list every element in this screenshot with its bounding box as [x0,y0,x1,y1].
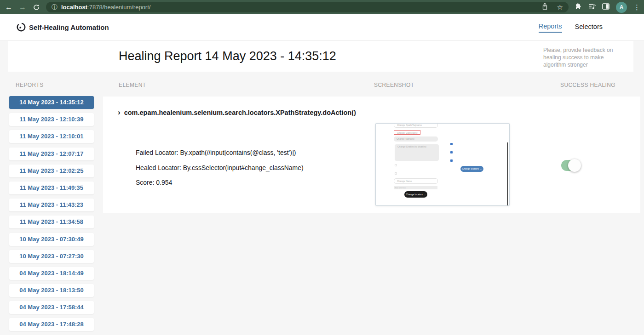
column-header-element: ELEMENT [119,82,146,88]
report-list-item[interactable]: 11 May 2023 - 12:02:25 [9,165,94,177]
thumb-checkbox-icon [450,159,453,162]
report-list-item[interactable]: 11 May 2023 - 11:43:23 [9,199,94,211]
app-title: Self-Healing Automation [29,14,109,40]
healed-locator-text: Healed Locator: By.cssSelector(input#cha… [136,164,304,171]
extensions-puzzle-icon [575,3,582,10]
thumb-textarea-label: Change Enabled to disabled [395,144,439,148]
report-list-item[interactable]: 11 May 2023 - 11:49:35 [9,182,94,194]
report-list: 14 May 2023 - 14:35:12 11 May 2023 - 12:… [9,96,94,335]
browser-window: ← → ⓘ localhost:7878/healenium/report/ [0,0,644,335]
score-text: Score: 0.954 [136,179,172,186]
report-list-item[interactable]: 10 May 2023 - 07:27:30 [9,250,94,263]
profile-avatar[interactable]: A [616,2,627,13]
thumb-input-xpath-label: Change Xpath/Tagname [394,123,437,126]
nav-tab-reports[interactable]: Reports [539,23,562,33]
nav-tab-selectors[interactable]: Selectors [575,23,603,32]
extensions-button[interactable] [575,3,582,12]
element-method-row[interactable]: › com.epam.healenium.selenium.search.loc… [118,109,356,116]
thumb-status-bar-label: Now one less [394,186,437,189]
thumb-checkbox-empty-icon [395,164,397,166]
thumb-change-locators-button-black: Change locators → [404,191,427,198]
bookmark-star-button[interactable]: ☆ [557,3,563,11]
thumb-input-classname-label: Change ClassName [394,131,420,134]
report-list-item[interactable]: 11 May 2023 - 12:10:39 [9,113,94,126]
thumb-input-tagname: Change Tagname [394,136,438,142]
report-list-item[interactable]: 04 May 2023 - 18:14:49 [9,267,94,280]
media-controls-icon [588,3,596,10]
thumb-input-xpath: Change Xpath/Tagname [394,123,438,128]
thumb-input-name-label: Change Name [394,179,437,182]
site-info-icon[interactable]: ⓘ [52,3,58,11]
expand-chevron-icon[interactable]: › [118,109,121,116]
thumb-checkbox-empty-icon [395,172,397,175]
thumb-input-classname-highlighted: Change ClassName [394,130,420,135]
media-controls-button[interactable] [588,3,596,11]
url-host: localhost [61,4,87,11]
thumb-change-locators-button-blue: Change locators → [460,166,483,172]
side-panel-button[interactable] [602,3,610,11]
thumb-checkbox-icon [450,151,453,153]
side-panel-icon [602,3,610,10]
url-text[interactable]: localhost:7878/healenium/report/ [61,4,150,11]
forward-button[interactable]: → [17,0,29,14]
report-list-item[interactable]: 11 May 2023 - 12:07:17 [9,148,94,160]
thumb-checkbox-icon [450,143,453,145]
report-list-item[interactable]: 11 May 2023 - 11:34:58 [9,216,94,228]
healing-screenshot-thumbnail[interactable]: Change Xpath/Tagname Change ClassName Ch… [375,123,510,206]
thumb-input-tagname-label: Change Tagname [394,136,438,140]
url-path: :7878/healenium/report/ [87,4,150,11]
column-header-screenshot: SCREENSHOT [374,82,414,88]
failed-locator-text: Failed Locator: By.xpath(//input[contain… [136,149,296,156]
column-header-reports: REPORTS [16,82,44,88]
report-list-item[interactable]: 04 May 2023 - 17:58:44 [9,301,94,314]
thumb-status-bar: Now one less [394,186,437,189]
back-button[interactable]: ← [3,0,15,14]
main-nav: Reports Selectors [539,14,603,40]
report-list-item[interactable]: 10 May 2023 - 07:30:49 [9,233,94,246]
column-header-success-healing: SUCCESS HEALING [560,82,615,88]
report-list-item[interactable]: 04 May 2023 - 17:48:28 [9,318,94,331]
reload-button[interactable] [30,0,42,14]
report-list-item[interactable]: 04 May 2023 - 18:13:50 [9,284,94,297]
reload-icon [33,4,40,11]
thumb-input-name: Change Name [394,178,438,184]
share-icon [542,3,548,10]
address-bar[interactable]: ⓘ localhost:7878/healenium/report/ ☆ [46,2,569,12]
success-healing-toggle[interactable] [561,160,580,171]
thumb-scrollbar [507,142,508,206]
report-list-item[interactable]: 14 May 2023 - 14:35:12 [9,96,94,109]
feedback-note: Please, provide feedback on healing succ… [543,46,621,68]
toggle-knob [568,159,581,172]
page-title: Healing Report 14 May 2023 - 14:35:12 [119,41,336,72]
healing-result-card: › com.epam.healenium.selenium.search.loc… [103,97,640,213]
healenium-logo-icon [16,22,26,34]
share-button[interactable] [542,3,548,12]
app-header: Self-Healing Automation Reports Selector… [0,14,644,40]
element-method-name: com.epam.healenium.selenium.search.locat… [124,109,356,116]
thumb-textarea: Change Enabled to disabled [395,144,439,161]
report-title-band: Healing Report 14 May 2023 - 14:35:12 Pl… [8,41,633,72]
browser-menu-button[interactable]: ⋮ [633,3,640,11]
browser-toolbar: ← → ⓘ localhost:7878/healenium/report/ [0,0,644,14]
report-list-item[interactable]: 11 May 2023 - 12:10:01 [9,130,94,143]
